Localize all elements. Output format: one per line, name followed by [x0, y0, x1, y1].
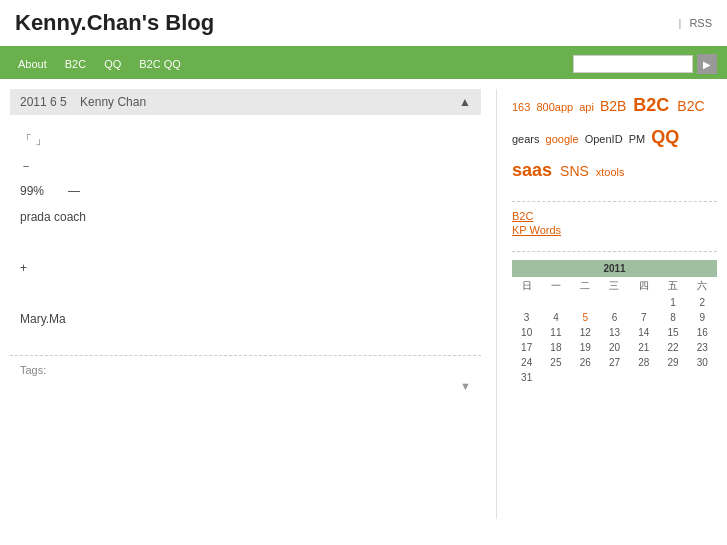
calendar-week: 10111213141516 [512, 325, 717, 340]
calendar-day: 18 [541, 340, 570, 355]
calendar-day[interactable]: 5 [571, 310, 600, 325]
calendar-day [600, 370, 629, 385]
category-kp-words[interactable]: KP Words [512, 224, 717, 236]
calendar-week: 24252627282930 [512, 355, 717, 370]
calendar-day: 11 [541, 325, 570, 340]
nav-item-b2cqq[interactable]: B2C QQ [131, 53, 189, 75]
nav-item-about[interactable]: About [10, 53, 55, 75]
calendar-day: 1 [658, 295, 687, 310]
tags-label: Tags: [20, 364, 46, 376]
categories-section: B2CKP Words [512, 201, 717, 236]
calendar-day-header: 三 [600, 277, 629, 295]
calendar-day-header: 一 [541, 277, 570, 295]
calendar-day: 24 [512, 355, 541, 370]
post-line: 「 」 [20, 130, 471, 152]
tags-section: 163 800app api B2B B2C B2C gears google … [512, 89, 717, 186]
calendar-day [600, 295, 629, 310]
calendar-week: 17181920212223 [512, 340, 717, 355]
calendar-day-header: 日 [512, 277, 541, 295]
nav-item-qq[interactable]: QQ [96, 53, 129, 75]
post-line: prada coach [20, 207, 471, 229]
rss-link[interactable]: RSS [689, 17, 712, 29]
page-header: Kenny.Chan's Blog | RSS [0, 0, 727, 49]
search-button[interactable]: ▶ [697, 54, 717, 74]
calendar-day [629, 370, 658, 385]
calendar-day [658, 370, 687, 385]
calendar-day: 3 [512, 310, 541, 325]
post-date: 2011 6 5 [20, 95, 67, 109]
calendar-day: 27 [600, 355, 629, 370]
nav-links: AboutB2CQQB2C QQ [10, 53, 189, 75]
tag-800app[interactable]: 800app [536, 101, 576, 113]
tag-api[interactable]: api [579, 101, 597, 113]
calendar-week: 3456789 [512, 310, 717, 325]
calendar-section: 2011 日一二三四五六 123456789101112131415161718… [512, 251, 717, 385]
post-footer-bottom: ▼ [20, 380, 481, 392]
calendar-day: 22 [658, 340, 687, 355]
site-title: Kenny.Chan's Blog [15, 10, 214, 36]
calendar-day: 8 [658, 310, 687, 325]
tag-google[interactable]: google [546, 133, 582, 145]
calendar-day-header: 六 [688, 277, 717, 295]
post-footer-arrow: ▼ [460, 380, 471, 392]
calendar-day: 4 [541, 310, 570, 325]
calendar-month-header: 2011 [512, 260, 717, 277]
calendar-day: 15 [658, 325, 687, 340]
separator: | [679, 17, 682, 29]
calendar-week: 12 [512, 295, 717, 310]
tag-163[interactable]: 163 [512, 101, 533, 113]
tag-xtools[interactable]: xtools [596, 166, 625, 178]
calendar-day: 23 [688, 340, 717, 355]
main-container: 2011 6 5 Kenny Chan ▲ 「 」－99% —prada coa… [0, 79, 727, 529]
calendar-day: 10 [512, 325, 541, 340]
calendar-day [629, 295, 658, 310]
tag-gears[interactable]: gears [512, 133, 543, 145]
post-line: － [20, 156, 471, 178]
calendar-day-header: 二 [571, 277, 600, 295]
tag-b2c[interactable]: B2C [677, 98, 704, 114]
calendar-day: 26 [571, 355, 600, 370]
calendar-day-header: 五 [658, 277, 687, 295]
tag-b2c[interactable]: B2C [633, 95, 674, 115]
content-area: 2011 6 5 Kenny Chan ▲ 「 」－99% —prada coa… [10, 89, 497, 519]
tag-pm[interactable]: PM [629, 133, 649, 145]
nav-item-b2c[interactable]: B2C [57, 53, 94, 75]
calendar-day [541, 370, 570, 385]
category-b2c[interactable]: B2C [512, 210, 717, 222]
search-area: ▶ [573, 54, 717, 74]
calendar-day: 29 [658, 355, 687, 370]
calendar-day: 2 [688, 295, 717, 310]
tag-openid[interactable]: OpenID [585, 133, 626, 145]
calendar-day: 30 [688, 355, 717, 370]
calendar-day [571, 295, 600, 310]
calendar-day: 14 [629, 325, 658, 340]
post-line: 99% — [20, 181, 471, 203]
calendar-day: 31 [512, 370, 541, 385]
post-line: + [20, 258, 471, 280]
post-footer: Tags: ▼ [10, 355, 481, 392]
post-author: Kenny Chan [80, 95, 146, 109]
calendar-day [541, 295, 570, 310]
calendar-day [688, 370, 717, 385]
calendar-week: 31 [512, 370, 717, 385]
sidebar: 163 800app api B2B B2C B2C gears google … [497, 89, 717, 519]
post-content: 「 」－99% —prada coach + Mary.Ma [10, 125, 481, 340]
calendar-day: 13 [600, 325, 629, 340]
post-collapse-icon[interactable]: ▲ [459, 95, 471, 109]
tag-qq[interactable]: QQ [651, 127, 679, 147]
post-header: 2011 6 5 Kenny Chan ▲ [10, 89, 481, 115]
calendar-day: 12 [571, 325, 600, 340]
post-line [20, 284, 471, 306]
calendar-day: 19 [571, 340, 600, 355]
search-input[interactable] [573, 55, 693, 73]
calendar-day: 20 [600, 340, 629, 355]
post-meta: 2011 6 5 Kenny Chan [20, 95, 146, 109]
calendar-body: 1234567891011121314151617181920212223242… [512, 295, 717, 385]
tag-saas[interactable]: saas [512, 160, 557, 180]
calendar-day: 21 [629, 340, 658, 355]
calendar-days-header: 日一二三四五六 [512, 277, 717, 295]
tag-sns[interactable]: SNS [560, 163, 593, 179]
calendar-day-header: 四 [629, 277, 658, 295]
tag-b2b[interactable]: B2B [600, 98, 630, 114]
calendar-table: 2011 日一二三四五六 123456789101112131415161718… [512, 260, 717, 385]
